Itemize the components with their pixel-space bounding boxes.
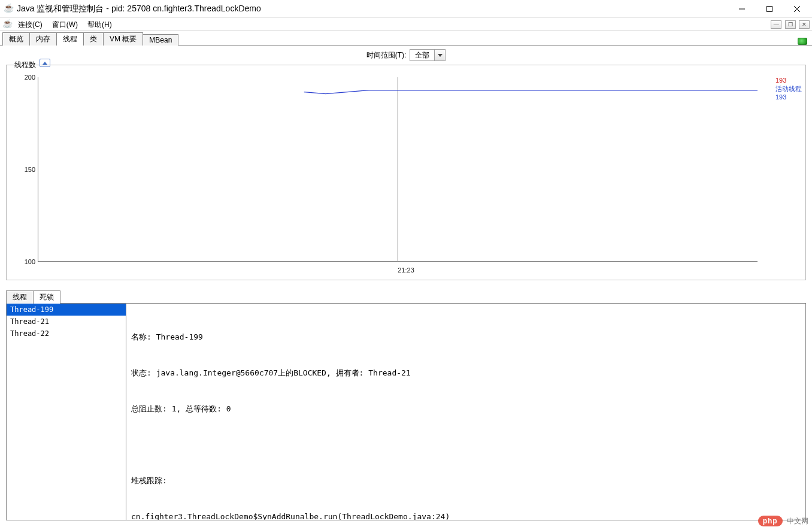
tab-vm-summary[interactable]: VM 概要 xyxy=(103,32,143,46)
connection-status-icon xyxy=(798,38,807,45)
java-icon-small xyxy=(2,20,12,29)
internal-close-button[interactable]: ✕ xyxy=(799,20,810,29)
menu-window[interactable]: 窗口(W) xyxy=(49,19,81,31)
detail-status: 状态: java.lang.Integer@5660c707上的BLOCKED,… xyxy=(131,367,801,379)
window-controls xyxy=(728,0,811,17)
time-range-combo[interactable]: 全部 xyxy=(410,49,446,61)
subtab-threads[interactable]: 线程 xyxy=(6,290,34,304)
main-tabs: 概览 内存 线程 类 VM 概要 MBean xyxy=(0,31,812,46)
watermark: php 中文网 xyxy=(758,516,808,526)
time-range-row: 时间范围(T): 全部 xyxy=(0,46,812,65)
detail-blank xyxy=(131,439,801,451)
thread-item-22[interactable]: Thread-22 xyxy=(7,328,126,340)
live-threads-label: 活动线程 xyxy=(775,84,802,93)
bottom-split: Thread-199 Thread-21 Thread-22 名称: Threa… xyxy=(6,304,806,520)
detail-name: 名称: Thread-199 xyxy=(131,331,801,343)
tab-classes[interactable]: 类 xyxy=(83,32,104,46)
tab-threads[interactable]: 线程 xyxy=(56,32,84,46)
chart-panel: 线程数 200 150 100 21:23 193 活动线程 193 xyxy=(6,65,806,280)
menu-connect[interactable]: 连接(C) xyxy=(14,19,46,31)
live-threads-value: 193 xyxy=(775,93,802,101)
sub-tabs: 线程 死锁 xyxy=(6,290,806,304)
menubar: 连接(C) 窗口(W) 帮助(H) — ❐ ✕ xyxy=(0,18,812,31)
maximize-button[interactable] xyxy=(756,0,783,17)
y-tick-200: 200 xyxy=(25,74,35,81)
close-button[interactable] xyxy=(783,0,811,17)
internal-restore-button[interactable]: ❐ xyxy=(785,20,796,29)
y-tick-100: 100 xyxy=(25,258,35,265)
internal-window-controls: — ❐ ✕ xyxy=(769,20,810,29)
svg-rect-0 xyxy=(767,6,772,11)
chart-legend: 193 活动线程 193 xyxy=(775,76,802,101)
thread-list[interactable]: Thread-199 Thread-21 Thread-22 xyxy=(7,304,126,520)
tab-overview[interactable]: 概览 xyxy=(2,32,30,46)
chevron-down-icon[interactable] xyxy=(434,50,445,60)
titlebar: Java 监视和管理控制台 - pid: 25708 cn.fighter3.T… xyxy=(0,0,812,18)
time-range-label: 时间范围(T): xyxy=(366,50,407,60)
tab-memory[interactable]: 内存 xyxy=(29,32,57,46)
peak-value: 193 xyxy=(775,76,802,84)
thread-item-199[interactable]: Thread-199 xyxy=(7,304,126,316)
thread-count-chart xyxy=(38,77,758,262)
internal-minimize-button[interactable]: — xyxy=(771,20,781,29)
subtab-deadlock[interactable]: 死锁 xyxy=(33,290,60,304)
y-axis-ticks: 200 150 100 xyxy=(16,77,35,262)
watermark-brand: php xyxy=(758,516,783,526)
detail-totals: 总阻止数: 1, 总等待数: 0 xyxy=(131,403,801,415)
thread-detail-pane: 名称: Thread-199 状态: java.lang.Integer@566… xyxy=(126,304,805,520)
tab-mbean[interactable]: MBean xyxy=(143,34,178,46)
x-tick-2123: 21:23 xyxy=(398,266,414,274)
java-icon xyxy=(4,4,13,14)
y-tick-150: 150 xyxy=(25,166,35,173)
watermark-text: 中文网 xyxy=(787,517,808,525)
minimize-button[interactable] xyxy=(728,0,756,17)
time-range-value: 全部 xyxy=(410,50,434,60)
stack-line-0: cn.fighter3.ThreadLockDemo$SynAddRunalbe… xyxy=(131,511,801,520)
menu-help[interactable]: 帮助(H) xyxy=(84,19,116,31)
detail-stack-label: 堆栈跟踪: xyxy=(131,475,801,487)
window-title: Java 监视和管理控制台 - pid: 25708 cn.fighter3.T… xyxy=(17,4,728,14)
thread-item-21[interactable]: Thread-21 xyxy=(7,316,126,328)
